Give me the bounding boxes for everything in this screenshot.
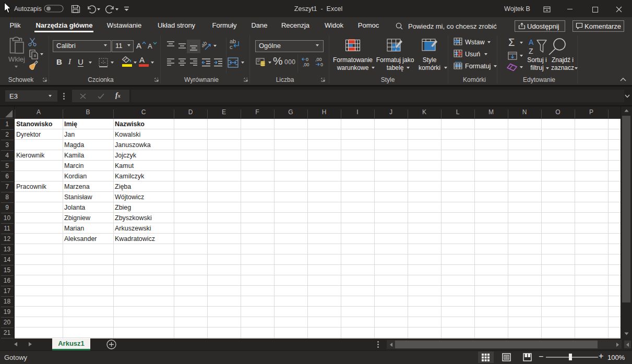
svg-text:A: A [529, 38, 534, 46]
svg-text:,00: ,00 [303, 62, 309, 67]
svg-text:0: 0 [306, 57, 308, 62]
svg-text:,00: ,00 [315, 57, 322, 62]
svg-text:Z: Z [529, 47, 533, 55]
svg-text:c: c [230, 44, 233, 50]
